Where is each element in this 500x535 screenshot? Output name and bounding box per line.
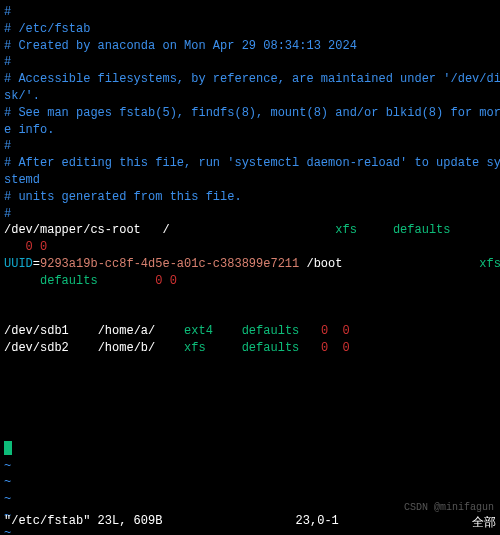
mount: /boot xyxy=(306,257,342,271)
blank-line xyxy=(4,357,496,374)
options: defaults xyxy=(242,324,300,338)
vim-status-bar: "/etc/fstab" 23L, 609B 23,0-1 全部 xyxy=(4,514,496,531)
fs-type: xfs xyxy=(335,223,357,237)
comment-line: # /etc/fstab xyxy=(4,21,496,38)
file-info: "/etc/fstab" 23L, 609B xyxy=(4,514,162,531)
fstab-entry-row: /dev/mapper/cs-root / xfs defaults xyxy=(4,222,496,239)
editor-content[interactable]: # # /etc/fstab # Created by anaconda on … xyxy=(4,4,496,531)
device: /dev/sdb2 xyxy=(4,341,69,355)
comment-line: # xyxy=(4,4,496,21)
dump: 0 xyxy=(321,341,328,355)
blank-line xyxy=(4,390,496,407)
comment-line: sk/'. xyxy=(4,88,496,105)
blank-line xyxy=(4,306,496,323)
equals: = xyxy=(33,257,40,271)
blank-line xyxy=(4,374,496,391)
uuid-value: 9293a19b-cc8f-4d5e-a01c-c383899e7211 xyxy=(40,257,299,271)
comment-line: # Accessible filesystems, by reference, … xyxy=(4,71,496,88)
device: /dev/mapper/cs-root xyxy=(4,223,141,237)
cursor-position: 23,0-1 xyxy=(296,514,339,531)
mount: / xyxy=(162,223,169,237)
fs-type: xfs xyxy=(184,341,206,355)
fstab-entry-row: defaults 0 0 xyxy=(4,273,496,290)
comment-line: e info. xyxy=(4,122,496,139)
fstab-entry-row: UUID=9293a19b-cc8f-4d5e-a01c-c383899e721… xyxy=(4,256,496,273)
fs-type: ext4 xyxy=(184,324,213,338)
pass: 0 xyxy=(343,341,350,355)
mount: /home/a/ xyxy=(98,324,156,338)
options: defaults xyxy=(40,274,98,288)
fstab-entry-row: /dev/sdb1 /home/a/ ext4 defaults 0 0 xyxy=(4,323,496,340)
fstab-entry-row: /dev/sdb2 /home/b/ xfs defaults 0 0 xyxy=(4,340,496,357)
comment-line: # See man pages fstab(5), findfs(8), mou… xyxy=(4,105,496,122)
comment-line: # units generated from this file. xyxy=(4,189,496,206)
blank-line xyxy=(4,407,496,424)
blank-line xyxy=(4,424,496,441)
comment-line: # xyxy=(4,54,496,71)
uuid-label: UUID xyxy=(4,257,33,271)
tilde-line: ~ xyxy=(4,474,496,491)
scroll-position: 全部 xyxy=(472,514,496,531)
comment-line: # xyxy=(4,138,496,155)
blank-line xyxy=(4,290,496,307)
options: defaults xyxy=(393,223,451,237)
fs-type: xfs xyxy=(479,257,500,271)
comment-line: # Created by anaconda on Mon Apr 29 08:3… xyxy=(4,38,496,55)
device: /dev/sdb1 xyxy=(4,324,69,338)
cursor-icon xyxy=(4,441,12,455)
watermark-text: CSDN @minifagun xyxy=(404,502,494,513)
tilde-line: ~ xyxy=(4,458,496,475)
cursor-line xyxy=(4,441,496,458)
dump: 0 xyxy=(321,324,328,338)
pass: 0 xyxy=(40,240,47,254)
comment-line: stemd xyxy=(4,172,496,189)
comment-line: # After editing this file, run 'systemct… xyxy=(4,155,496,172)
fstab-entry-row: 0 0 xyxy=(4,239,496,256)
pass: 0 xyxy=(343,324,350,338)
dump: 0 xyxy=(26,240,33,254)
options: defaults xyxy=(242,341,300,355)
mount: /home/b/ xyxy=(98,341,156,355)
pass: 0 xyxy=(170,274,177,288)
comment-line: # xyxy=(4,206,496,223)
